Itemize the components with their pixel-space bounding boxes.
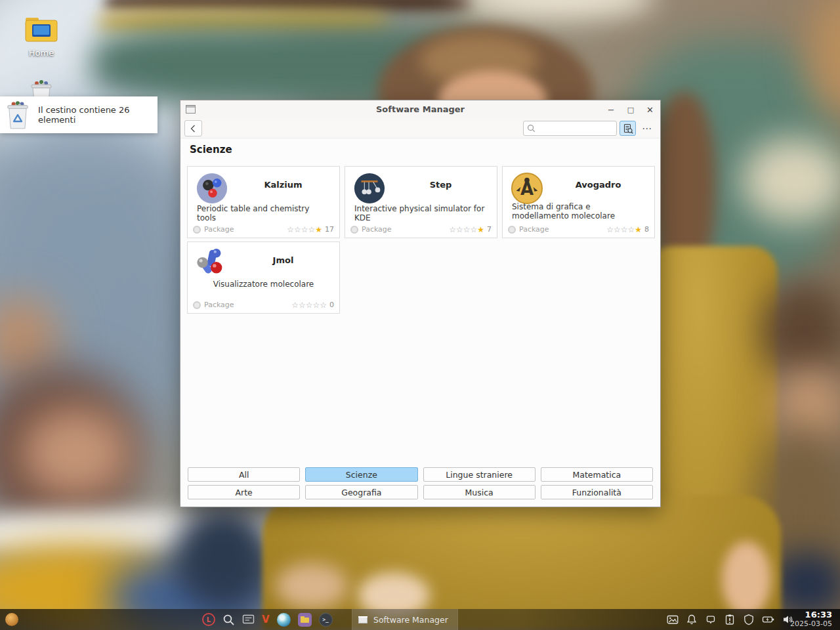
package-label: Package xyxy=(204,225,234,234)
report-tray-icon[interactable] xyxy=(705,614,717,625)
rating-stars: ☆☆☆☆ xyxy=(449,226,477,234)
firewall-shield-tray-icon[interactable] xyxy=(743,614,755,625)
category-button-funzionalita[interactable]: Funzionalità xyxy=(541,485,653,499)
app-name: Avogadro xyxy=(547,180,649,190)
rating-stars: ☆☆☆☆ xyxy=(606,226,635,234)
battery-charging-tray-icon[interactable] xyxy=(762,614,775,625)
toolbar: ⋯ xyxy=(180,119,660,138)
rating-count: 7 xyxy=(487,225,492,234)
wallpaper-blob xyxy=(459,0,656,20)
rating-count: 8 xyxy=(644,225,649,234)
search-box[interactable] xyxy=(523,121,617,136)
app-card-grid: Kalzium Periodic table and chemistry too… xyxy=(187,166,655,314)
terminal-launcher-icon[interactable]: >_ xyxy=(319,613,333,627)
app-card-jmol[interactable]: Jmol Visualizzatore molecolare Package ☆… xyxy=(187,242,340,314)
rating-star-gold: ★ xyxy=(477,226,484,234)
search-in-list-button[interactable] xyxy=(620,121,636,136)
taskbar-window-label: Software Manager xyxy=(373,615,448,625)
rating-count: 17 xyxy=(325,225,334,234)
category-button-lingue-straniere[interactable]: Lingue straniere xyxy=(423,467,536,482)
browser-launcher-icon[interactable] xyxy=(277,613,291,627)
app-card-kalzium[interactable]: Kalzium Periodic table and chemistry too… xyxy=(187,166,340,238)
app-description: Periodic table and chemistry tools xyxy=(197,204,330,222)
taskbar-window-button[interactable]: Software Manager xyxy=(352,609,458,630)
package-icon xyxy=(350,226,358,234)
titlebar[interactable]: Software Manager − □ ✕ xyxy=(180,100,660,119)
wallpaper-blob xyxy=(20,407,131,499)
clock[interactable]: 16:33 2025-03-05 xyxy=(782,610,832,629)
rating-stars: ☆☆☆☆☆ xyxy=(291,301,327,309)
desktop-icon-label: Home xyxy=(18,48,64,58)
package-label: Package xyxy=(519,225,549,234)
back-button[interactable] xyxy=(184,120,202,136)
category-buttons: All Scienze Lingue straniere Matematica … xyxy=(188,467,653,499)
taskbar: L V >_ Software Manager xyxy=(0,609,840,630)
search-launcher-icon[interactable] xyxy=(222,614,235,626)
wallpaper-blob xyxy=(742,138,840,223)
jmol-icon xyxy=(196,247,228,280)
trash-tooltip-text: Il cestino contiene 26 elementi xyxy=(38,105,158,125)
trash-icon xyxy=(29,79,54,98)
chevron-left-icon xyxy=(188,123,199,134)
kalzium-icon xyxy=(196,172,228,205)
menu-launcher-icon[interactable] xyxy=(5,613,18,626)
software-manager-window: Software Manager − □ ✕ xyxy=(180,100,661,507)
package-icon xyxy=(193,226,201,234)
category-button-scienze[interactable]: Scienze xyxy=(305,467,417,482)
screenshot-tray-icon[interactable] xyxy=(667,614,679,625)
libreoffice-launcher-icon[interactable]: L xyxy=(202,613,215,626)
wallpaper-blob xyxy=(174,505,272,610)
notifications-bell-icon[interactable] xyxy=(686,614,698,625)
app-name: Jmol xyxy=(232,255,334,265)
software-list-launcher-icon[interactable] xyxy=(242,614,255,625)
update-manager-tray-icon[interactable] xyxy=(724,614,736,625)
rating-stars: ☆☆☆☆ xyxy=(287,226,315,234)
app-card-avogadro[interactable]: A Avogadro Sistema di grafica e modellam… xyxy=(502,166,655,238)
step-icon xyxy=(353,172,386,205)
category-button-geografia[interactable]: Geografia xyxy=(305,485,417,499)
app-description: Visualizzatore molecolare xyxy=(197,280,330,289)
window-glyph-icon xyxy=(358,616,368,623)
category-button-all[interactable]: All xyxy=(188,467,300,482)
wallpaper-blob xyxy=(105,0,472,10)
package-icon xyxy=(508,226,516,234)
trash-tooltip: Il cestino contiene 26 elementi xyxy=(0,96,158,133)
close-button[interactable]: ✕ xyxy=(646,106,654,114)
rating-star-gold: ★ xyxy=(635,226,642,234)
clock-date: 2025-03-05 xyxy=(782,620,832,629)
document-search-icon xyxy=(623,123,633,134)
avogadro-icon: A xyxy=(511,172,543,205)
wallpaper-blob xyxy=(761,282,840,381)
home-folder-icon xyxy=(25,16,58,43)
launcher-icons: L V >_ xyxy=(202,609,333,630)
files-launcher-icon[interactable] xyxy=(298,613,312,627)
app-card-footer: Package ☆☆☆☆ ★ 17 xyxy=(193,224,334,234)
wallpaper-blob xyxy=(722,541,771,617)
desktop-screen: Home Il cestino contiene 26 elementi Sof… xyxy=(0,0,840,630)
trash-icon xyxy=(5,99,30,131)
category-button-musica[interactable]: Musica xyxy=(423,485,536,499)
maximize-button[interactable]: □ xyxy=(627,106,634,114)
minimize-button[interactable]: − xyxy=(608,106,615,114)
package-label: Package xyxy=(204,301,234,309)
app-name: Step xyxy=(390,180,492,190)
app-card-step[interactable]: Step Interactive physical simulator for … xyxy=(345,166,497,238)
app-description: Sistema di grafica e modellamento moleco… xyxy=(512,202,645,220)
rating-count: 0 xyxy=(329,301,334,309)
search-input[interactable] xyxy=(537,122,611,135)
app-card-footer: Package ☆☆☆☆☆ 0 xyxy=(193,300,334,310)
app-description: Interactive physical simulator for KDE xyxy=(354,204,488,222)
category-button-matematica[interactable]: Matematica xyxy=(541,467,653,482)
system-tray xyxy=(667,609,794,630)
app-name: Kalzium xyxy=(232,180,334,190)
category-button-arte[interactable]: Arte xyxy=(188,485,300,499)
window-title: Software Manager xyxy=(180,104,660,114)
rating-star-gold: ★ xyxy=(315,226,322,234)
clock-time: 16:33 xyxy=(782,610,832,620)
package-label: Package xyxy=(362,225,392,234)
desktop-icon-home[interactable]: Home xyxy=(18,16,64,58)
vlc-launcher-icon[interactable]: V xyxy=(262,614,270,625)
menu-button[interactable]: ⋯ xyxy=(639,121,655,136)
search-icon xyxy=(527,124,536,133)
wallpaper-blob xyxy=(276,563,348,609)
